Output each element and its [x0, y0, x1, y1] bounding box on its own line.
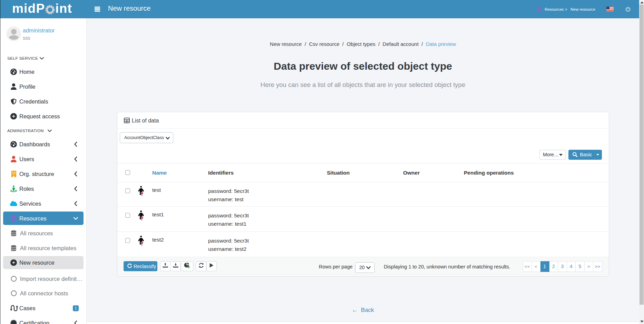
svg-text:?: ?	[141, 240, 144, 247]
svg-text:?: ?	[141, 191, 144, 197]
svg-text:?: ?	[141, 215, 144, 222]
